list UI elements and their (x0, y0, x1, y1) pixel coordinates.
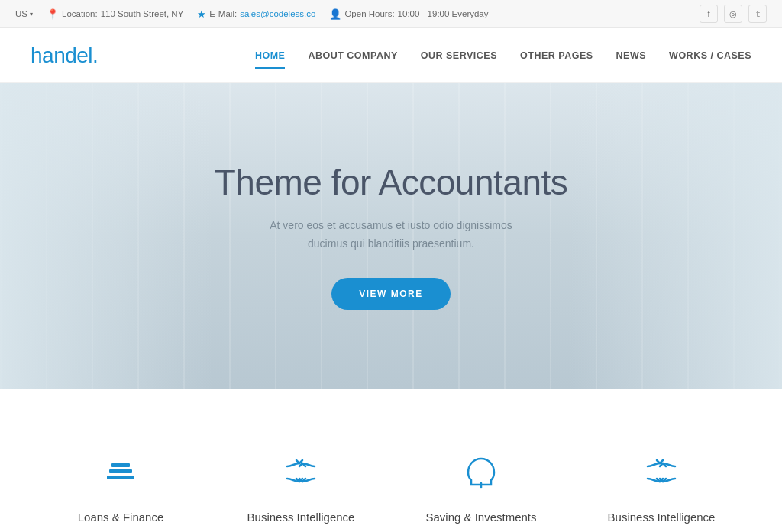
email-label: E-Mail: (209, 9, 237, 18)
feature-business1: Business Intelligence On the other hand,… (211, 434, 391, 532)
business2-icon (638, 450, 684, 495)
hero-title: Theme for Accountants (215, 162, 568, 203)
email-icon: ★ (197, 8, 206, 20)
hours-label: Open Hours: (344, 9, 394, 18)
nav-news[interactable]: NEWS (616, 47, 647, 65)
nav-about[interactable]: ABOUT COMPANY (308, 47, 397, 65)
hours-icon: 👤 (329, 8, 341, 20)
business1-title: Business Intelligence (234, 511, 368, 524)
instagram-icon[interactable]: ◎ (724, 5, 742, 23)
feature-loans: Loans & Finance On the other hand, we de… (31, 434, 211, 532)
social-links: f ◎ 𝕥 (700, 5, 767, 23)
nav-services[interactable]: OUR SERVICES (421, 47, 497, 65)
facebook-icon[interactable]: f (700, 5, 718, 23)
curtain-left (0, 83, 214, 389)
view-more-button[interactable]: VIEW MORE (331, 278, 451, 310)
caret-icon: ▾ (30, 11, 33, 18)
main-nav: HOME ABOUT COMPANY OUR SERVICES OTHER PA… (255, 47, 751, 65)
location-value: 110 South Street, NY (101, 9, 184, 18)
hero-subtitle: At vero eos et accusamus et iusto odio d… (215, 217, 568, 253)
twitter-icon[interactable]: 𝕥 (748, 5, 767, 23)
email-link[interactable]: sales@codeless.co (240, 9, 315, 18)
svg-rect-0 (107, 476, 134, 479)
saving-icon (458, 450, 504, 495)
loans-icon (98, 450, 144, 495)
hero-subtitle-line2: ducimus qui blanditiis praesentium. (308, 237, 474, 250)
loans-title: Loans & Finance (53, 511, 188, 524)
nav-other[interactable]: OTHER PAGES (520, 47, 593, 65)
location-label: Location: (62, 9, 98, 18)
email-info: ★ E-Mail: sales@codeless.co (197, 8, 315, 20)
nav-works[interactable]: WORKS / CASES (669, 47, 751, 65)
hero-content: Theme for Accountants At vero eos et acc… (215, 162, 568, 310)
top-bar: US ▾ 📍 Location: 110 South Street, NY ★ … (0, 0, 782, 28)
location-icon: 📍 (47, 8, 59, 20)
feature-business2: Business Intelligence On the other hand,… (571, 434, 751, 532)
lang-label: US (15, 9, 27, 18)
saving-title: Saving & Investments (414, 511, 548, 524)
hero-subtitle-line1: At vero eos et accusamus et iusto odio d… (270, 219, 512, 231)
curtain-right (568, 83, 782, 389)
hours-info: 👤 Open Hours: 10:00 - 19:00 Everyday (329, 8, 488, 20)
location-info: 📍 Location: 110 South Street, NY (47, 8, 183, 20)
business1-icon (278, 450, 324, 495)
hours-value: 10:00 - 19:00 Everyday (398, 9, 489, 18)
features-section: Loans & Finance On the other hand, we de… (0, 389, 782, 532)
hero-section: Theme for Accountants At vero eos et acc… (0, 83, 782, 389)
svg-rect-2 (111, 463, 130, 467)
svg-rect-1 (109, 469, 132, 473)
business2-title: Business Intelligence (594, 511, 729, 524)
nav-home[interactable]: HOME (255, 47, 286, 65)
main-header: handel. HOME ABOUT COMPANY OUR SERVICES … (0, 28, 782, 83)
language-selector[interactable]: US ▾ (15, 9, 33, 18)
site-logo[interactable]: handel. (31, 44, 98, 68)
feature-saving: Saving & Investments On the other hand, … (391, 434, 571, 532)
